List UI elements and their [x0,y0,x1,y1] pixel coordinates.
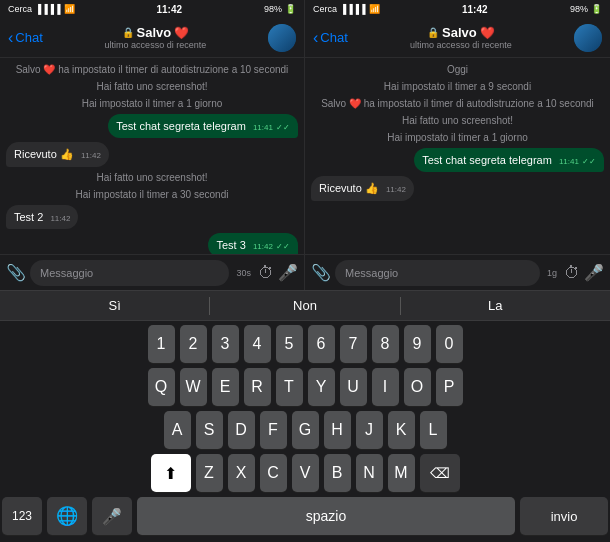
mic-icon-left[interactable]: 🎤 [278,263,298,282]
key-e[interactable]: E [212,368,239,406]
wifi-icon-right: 📶 [369,4,380,14]
chat-header-left: ‹ Chat 🔒 Salvo ❤️ ultimo accesso di rece… [0,18,304,58]
key-m[interactable]: M [388,454,415,492]
bubble-in-r1: Ricevuto 👍 11:42 [311,176,414,200]
sys-msg-4: Hai fatto uno screenshot! [6,170,298,185]
lock-icon-left: 🔒 [122,27,134,38]
msg-row-in-r1: Ricevuto 👍 11:42 [311,176,604,200]
key-d[interactable]: D [228,411,255,449]
timer-icon-left[interactable]: ⏱ [258,264,274,282]
time-in1: 11:42 [81,151,101,160]
key-1[interactable]: 1 [148,325,175,363]
msg-row-in2: Test 2 11:42 [6,205,298,229]
key-8[interactable]: 8 [372,325,399,363]
key-4[interactable]: 4 [244,325,271,363]
checks-out1: ✓✓ [276,123,290,132]
avatar-left[interactable] [268,24,296,52]
key-k[interactable]: K [388,411,415,449]
zxcv-row: ⬆ Z X C V B N M ⌫ [2,454,608,492]
msg-row-out1: Test chat segreta telegram 11:41 ✓✓ [6,114,298,138]
panel-left: Cerca ▐▐▐▐ 📶 11:42 98% 🔋 ‹ Chat 🔒 Salvo … [0,0,305,290]
sys-msg-2: Hai fatto uno screenshot! [6,79,298,94]
key-s[interactable]: S [196,411,223,449]
attach-icon-right[interactable]: 📎 [311,263,331,282]
key-q[interactable]: Q [148,368,175,406]
timer-label-right: 1g [547,268,557,278]
back-label-left: Chat [15,30,42,45]
battery-icon-left: 98% [264,4,282,14]
bubble-text-in-r1: Ricevuto 👍 [319,182,379,194]
signal-icon-left: ▐▐▐▐ [35,4,61,14]
back-button-right[interactable]: ‹ Chat [313,30,348,46]
time-out2: 11:42 [253,242,273,251]
key-9[interactable]: 9 [404,325,431,363]
ac-word-2[interactable]: Non [210,298,399,313]
avatar-right[interactable] [574,24,602,52]
mic-key[interactable]: 🎤 [92,497,132,535]
shift-key[interactable]: ⬆ [151,454,191,492]
key-l[interactable]: L [420,411,447,449]
delete-key[interactable]: ⌫ [420,454,460,492]
chat-header-right: ‹ Chat 🔒 Salvo ❤️ ultimo accesso di rece… [305,18,610,58]
message-input-left[interactable]: Messaggio [30,260,229,286]
sys-msg-r5: Hai impostato il timer a 1 giorno [311,130,604,145]
header-center-right: 🔒 Salvo ❤️ ultimo accesso di recente [348,25,574,50]
key-v[interactable]: V [292,454,319,492]
keyboard-rows: 1 2 3 4 5 6 7 8 9 0 Q W E R T Y U I O P … [0,321,610,542]
timer-icon-right[interactable]: ⏱ [564,264,580,282]
space-key[interactable]: spazio [137,497,515,535]
cerca-label-left: Cerca [8,4,32,14]
key-2[interactable]: 2 [180,325,207,363]
key-y[interactable]: Y [308,368,335,406]
key-f[interactable]: F [260,411,287,449]
bubble-in2: Test 2 11:42 [6,205,78,229]
key-o[interactable]: O [404,368,431,406]
contact-name-right: 🔒 Salvo ❤️ [348,25,574,40]
key-z[interactable]: Z [196,454,223,492]
key-b[interactable]: B [324,454,351,492]
key-3[interactable]: 3 [212,325,239,363]
time-left: 11:42 [156,4,182,15]
bubble-text-out1: Test chat segreta telegram [116,120,246,132]
ac-word-3[interactable]: La [401,298,590,313]
key-r[interactable]: R [244,368,271,406]
key-5[interactable]: 5 [276,325,303,363]
battery-shape-right: 🔋 [591,4,602,14]
time-in-r1: 11:42 [386,185,406,194]
msg-row-in1: Ricevuto 👍 11:42 [6,142,298,166]
key-6[interactable]: 6 [308,325,335,363]
back-chevron-right: ‹ [313,30,318,46]
bubble-in1: Ricevuto 👍 11:42 [6,142,109,166]
heart-right: ❤️ [480,26,495,40]
key-n[interactable]: N [356,454,383,492]
back-button-left[interactable]: ‹ Chat [8,30,43,46]
key-p[interactable]: P [436,368,463,406]
globe-key[interactable]: 🌐 [47,497,87,535]
bubble-text-in1: Ricevuto 👍 [14,148,74,160]
status-left-left: Cerca ▐▐▐▐ 📶 [8,4,75,14]
attach-icon-left[interactable]: 📎 [6,263,26,282]
key-7[interactable]: 7 [340,325,367,363]
key-c[interactable]: C [260,454,287,492]
bubble-out-r1: Test chat segreta telegram 11:41 ✓✓ [414,148,604,172]
mic-icon-right[interactable]: 🎤 [584,263,604,282]
key-i[interactable]: I [372,368,399,406]
invio-key[interactable]: invio [520,497,608,535]
123-key[interactable]: 123 [2,497,42,535]
ac-word-1[interactable]: Sì [20,298,209,313]
key-0[interactable]: 0 [436,325,463,363]
back-label-right: Chat [320,30,347,45]
key-t[interactable]: T [276,368,303,406]
key-a[interactable]: A [164,411,191,449]
key-w[interactable]: W [180,368,207,406]
contact-name-left: 🔒 Salvo ❤️ [43,25,268,40]
key-h[interactable]: H [324,411,351,449]
signal-icon-right: ▐▐▐▐ [340,4,366,14]
key-u[interactable]: U [340,368,367,406]
status-bar-left: Cerca ▐▐▐▐ 📶 11:42 98% 🔋 [0,0,304,18]
key-g[interactable]: G [292,411,319,449]
input-area-right: 📎 Messaggio 1g ⏱ 🎤 [305,254,610,290]
key-j[interactable]: J [356,411,383,449]
key-x[interactable]: X [228,454,255,492]
message-input-right[interactable]: Messaggio [335,260,540,286]
